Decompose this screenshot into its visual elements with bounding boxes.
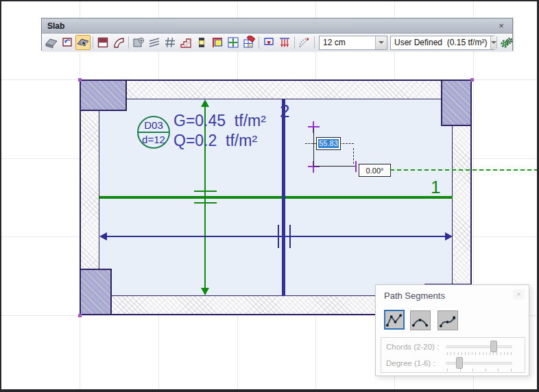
toolbar-separator	[294, 36, 295, 49]
toolbar: 12 cm User Defined (0.15 tf/m²)	[42, 34, 512, 51]
toolbar-separator	[259, 36, 259, 49]
path-segments-panel: Path Segments × Chords (2-20) : Degree (…	[375, 284, 529, 376]
load-type-value: User Defined (0.15 tf/m²)	[391, 36, 490, 49]
slab-thickness-value: 12 cm	[320, 36, 375, 49]
corner-handle[interactable]	[470, 78, 474, 82]
cad-canvas[interactable]: 1 2 D03 d=12 G=0.45 tf/m² Q=0.2 tf/m² 55…	[0, 0, 539, 392]
column-strip-icon[interactable]	[194, 35, 209, 50]
chords-slider-thumb[interactable]	[490, 341, 497, 352]
close-icon[interactable]: ×	[496, 21, 507, 31]
axis-label-2: 2	[280, 102, 289, 120]
corner-handle[interactable]	[78, 314, 82, 317]
axis-label-1: 1	[431, 178, 440, 196]
slab-pick-icon[interactable]	[75, 35, 91, 50]
settings-gears-icon[interactable]	[499, 35, 514, 50]
sketch-segment-horizontal	[313, 166, 356, 167]
slab-toolbar-window: Slab × 12 cm	[41, 18, 513, 51]
angle-readout: 0.00°	[359, 164, 391, 177]
slab-thickness: d=12	[139, 134, 169, 145]
live-load-text: Q=0.2 tf/m²	[173, 132, 257, 149]
slab-opening-icon[interactable]	[131, 35, 146, 50]
polyline-segments-button[interactable]	[384, 310, 405, 330]
mesh-eraser-icon[interactable]	[241, 35, 256, 50]
sketch-segment-vertical	[313, 127, 314, 167]
slab-thickness-combo[interactable]: 12 cm	[319, 36, 387, 50]
dimension-arrow-right	[445, 232, 453, 241]
degree-label: Degree (1-6) :	[386, 359, 435, 367]
hash-grid-icon[interactable]	[163, 35, 178, 50]
degree-slider-ticks	[447, 369, 512, 371]
toolbar-separator	[93, 36, 93, 49]
region-drop-icon[interactable]	[261, 35, 276, 50]
corner-panel-icon[interactable]	[210, 35, 225, 50]
close-icon[interactable]: ×	[513, 289, 525, 299]
axis-line-1[interactable]	[99, 196, 453, 199]
surface-loads-icon[interactable]	[277, 35, 292, 50]
dimension-arrow-left	[99, 232, 107, 241]
length-input[interactable]: 55.83	[316, 137, 341, 150]
dimension-break-mark	[194, 202, 217, 204]
slab-arc-icon[interactable]	[111, 35, 126, 50]
column-top-left[interactable]	[80, 79, 127, 111]
construction-guide-line	[390, 169, 538, 171]
angle-measure-icon[interactable]	[297, 35, 312, 50]
chords-slider-track[interactable]	[446, 345, 512, 348]
slab-outline-arrow-icon[interactable]	[60, 35, 75, 50]
length-value: 55.83	[318, 139, 339, 148]
chevron-down-icon[interactable]	[375, 36, 387, 49]
column-top-right[interactable]	[441, 79, 472, 126]
tag-divider	[139, 132, 169, 133]
slab-tag-bubble[interactable]: D03 d=12	[137, 116, 170, 149]
leader-dash	[305, 143, 316, 144]
leader-dash	[339, 143, 354, 144]
corner-handle[interactable]	[78, 78, 82, 82]
load-type-combo[interactable]: User Defined (0.15 tf/m²)	[390, 36, 494, 50]
degree-slider-thumb[interactable]	[456, 357, 463, 369]
toolbar-separator	[128, 36, 129, 49]
chords-label: Chords (2-20) :	[386, 343, 439, 351]
slab-name: D03	[139, 119, 169, 131]
chords-slider-ticks	[447, 352, 512, 355]
slope-lines-icon[interactable]	[147, 35, 162, 50]
mesh-grid-icon[interactable]	[226, 35, 241, 50]
slab-3d-icon[interactable]	[44, 35, 59, 50]
horizontal-dimension-line	[101, 236, 451, 237]
dimension-arrow-up	[201, 99, 209, 107]
dimension-break-mark	[289, 225, 291, 248]
arc-segments-button[interactable]	[410, 310, 431, 330]
spline-segments-button[interactable]	[438, 310, 458, 330]
dead-load-text: G=0.45 tf/m²	[173, 112, 266, 130]
toolbar-separator	[496, 36, 497, 49]
toolbar-separator	[314, 36, 315, 49]
window-title: Slab	[47, 21, 496, 31]
slab-section-icon[interactable]	[95, 35, 110, 50]
dimension-break-mark	[194, 191, 217, 192]
column-bottom-left[interactable]	[80, 269, 112, 315]
slab-steps-icon[interactable]	[178, 35, 193, 50]
dimension-arrow-down	[201, 288, 209, 295]
toolbar-title-bar[interactable]: Slab ×	[42, 19, 512, 34]
leader-dash	[353, 148, 354, 164]
segment-end-tick	[355, 161, 357, 172]
axis-line-2[interactable]	[282, 99, 285, 296]
dimension-break-mark	[278, 225, 279, 248]
panel-title: Path Segments	[384, 291, 445, 301]
